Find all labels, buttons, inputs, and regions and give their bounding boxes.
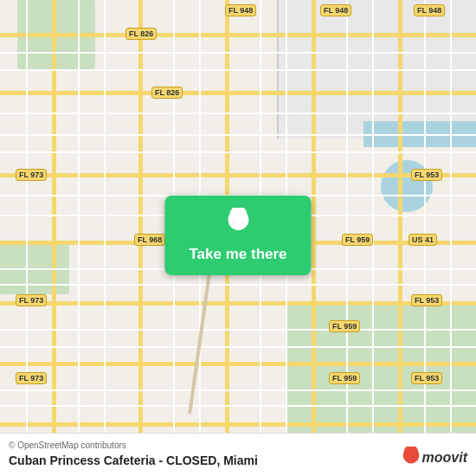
road-h-155 xyxy=(0,134,476,136)
road-h-130 xyxy=(0,113,476,114)
highway-fl959 xyxy=(0,362,476,366)
road-label-fl948_1: FL 948 xyxy=(225,4,256,16)
highway-fl948 xyxy=(0,33,476,37)
highway-bottom xyxy=(0,422,476,427)
road-v-520 xyxy=(450,0,452,476)
map: FL 826FL 948FL 948FL 948FL 826FL 973FL 9… xyxy=(0,0,476,476)
road-h-450 xyxy=(0,389,476,391)
moovit-text: moovit xyxy=(422,450,467,466)
highway-mid2 xyxy=(0,301,476,306)
road-label-fl953_2: FL 953 xyxy=(411,294,442,306)
road-label-fl973_3: FL 973 xyxy=(16,372,47,384)
moovit-pin-icon xyxy=(402,447,421,469)
copyright-text: © OpenStreetMap contributors xyxy=(9,441,467,450)
road-label-fl826_top: FL 826 xyxy=(125,28,157,40)
highway-fl826 xyxy=(0,91,476,95)
road-h-380 xyxy=(0,329,476,331)
button-label: Take me there xyxy=(189,246,286,263)
road-v-90 xyxy=(78,0,80,476)
take-me-there-button[interactable]: Take me there xyxy=(164,196,311,275)
location-pin-icon xyxy=(225,208,251,241)
highway-mid1 xyxy=(0,173,476,177)
road-h-468 xyxy=(0,405,476,407)
road-h-328 xyxy=(0,284,476,286)
road-label-fl826_mid: FL 826 xyxy=(151,87,183,99)
road-label-us41: US 41 xyxy=(408,234,437,246)
place-name: Cuban Princess Cafeteria - CLOSED, Miami xyxy=(9,453,258,467)
road-label-fl953_1: FL 953 xyxy=(411,169,442,181)
bottom-bar: © OpenStreetMap contributors Cuban Princ… xyxy=(0,433,476,476)
road-h-80 xyxy=(0,69,476,71)
road-label-fl959_1: FL 959 xyxy=(342,234,373,246)
moovit-logo: moovit xyxy=(402,447,467,469)
road-v-120 xyxy=(104,0,106,476)
road-label-fl973_2: FL 973 xyxy=(16,294,47,306)
road-h-400 xyxy=(0,346,476,348)
road-h-60 xyxy=(0,52,476,54)
svg-point-4 xyxy=(408,453,414,458)
road-h-175 xyxy=(0,151,476,153)
road-label-fl948_2: FL 948 xyxy=(320,4,351,16)
road-label-fl953_3: FL 953 xyxy=(411,372,442,384)
road-label-fl973_1: FL 973 xyxy=(16,169,47,181)
road-label-fl959_3: FL 959 xyxy=(329,372,360,384)
road-label-fl959_2: FL 959 xyxy=(329,320,360,332)
road-label-fl948_3: FL 948 xyxy=(414,4,445,16)
road-v-30 xyxy=(26,0,28,476)
road-label-fl968_1: FL 968 xyxy=(134,234,165,246)
